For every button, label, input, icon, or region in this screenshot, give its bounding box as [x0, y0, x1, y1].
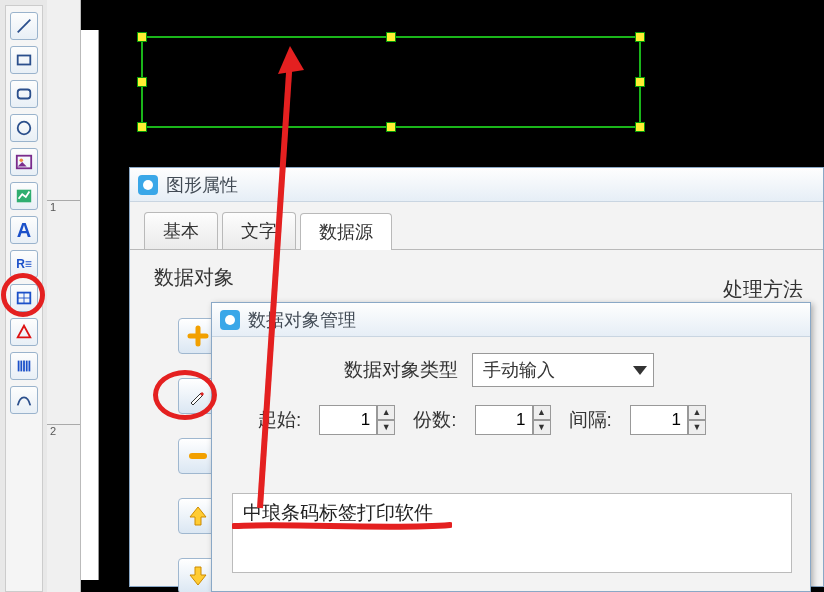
tool-text[interactable]: A: [10, 216, 38, 244]
tab-text[interactable]: 文字: [222, 212, 296, 249]
ruler-tick-2: 2: [47, 424, 80, 437]
tool-shape[interactable]: [10, 318, 38, 346]
interval-spin-down[interactable]: ▼: [688, 420, 706, 435]
copies-label: 份数:: [413, 407, 456, 433]
dialog2-title-text: 数据对象管理: [248, 308, 356, 332]
dialog-title-text: 图形属性: [166, 173, 238, 197]
tool-image[interactable]: [10, 148, 38, 176]
svg-rect-2: [18, 90, 31, 99]
resize-handle-n[interactable]: [386, 32, 396, 42]
dialog2-title-bar[interactable]: 数据对象管理: [212, 303, 810, 337]
resize-handle-ne[interactable]: [635, 32, 645, 42]
tool-richtext[interactable]: R≡: [10, 250, 38, 278]
svg-point-5: [20, 158, 24, 162]
svg-line-0: [18, 20, 31, 33]
start-spin-up[interactable]: ▲: [377, 405, 395, 420]
start-input[interactable]: [319, 405, 377, 435]
type-select-value: 手动输入: [483, 358, 555, 382]
tool-barcode[interactable]: [10, 352, 38, 380]
tool-curve[interactable]: [10, 386, 38, 414]
data-objects-label: 数据对象: [154, 264, 799, 291]
svg-point-3: [18, 122, 31, 135]
svg-rect-17: [189, 453, 207, 459]
process-method-label: 处理方法: [723, 276, 803, 303]
copies-spin-up[interactable]: ▲: [533, 405, 551, 420]
resize-handle-w[interactable]: [137, 77, 147, 87]
copies-input-group: ▲▼: [475, 405, 551, 435]
svg-marker-10: [18, 326, 31, 338]
start-label: 起始:: [258, 407, 301, 433]
vertical-ruler: 1 2: [47, 0, 81, 592]
app-icon: [138, 175, 158, 195]
tool-chart[interactable]: [10, 182, 38, 210]
type-label: 数据对象类型: [344, 357, 458, 383]
interval-input-group: ▲▼: [630, 405, 706, 435]
start-input-group: ▲▼: [319, 405, 395, 435]
interval-spin-up[interactable]: ▲: [688, 405, 706, 420]
tool-ellipse[interactable]: [10, 114, 38, 142]
resize-handle-se[interactable]: [635, 122, 645, 132]
start-spin-down[interactable]: ▼: [377, 420, 395, 435]
copies-input[interactable]: [475, 405, 533, 435]
ruler-tick-1: 1: [47, 200, 80, 213]
resize-handle-e[interactable]: [635, 77, 645, 87]
left-toolbar: A R≡: [5, 5, 43, 592]
tab-datasource[interactable]: 数据源: [300, 213, 392, 250]
tool-line[interactable]: [10, 12, 38, 40]
svg-rect-1: [18, 56, 31, 65]
tool-roundrect[interactable]: [10, 80, 38, 108]
data-object-manager-dialog: 数据对象管理 数据对象类型 手动输入 起始: ▲▼ 份数: ▲▼ 间隔: ▲▼ …: [211, 302, 811, 592]
result-text-box[interactable]: 中琅条码标签打印软件: [232, 493, 792, 573]
resize-handle-nw[interactable]: [137, 32, 147, 42]
app-icon: [220, 310, 240, 330]
interval-input[interactable]: [630, 405, 688, 435]
tab-basic[interactable]: 基本: [144, 212, 218, 249]
interval-label: 间隔:: [569, 407, 612, 433]
selected-text-box[interactable]: [141, 36, 641, 128]
paper-edge: [81, 30, 99, 580]
tool-table[interactable]: [10, 284, 38, 312]
resize-handle-sw[interactable]: [137, 122, 147, 132]
type-select[interactable]: 手动输入: [472, 353, 654, 387]
svg-point-16: [143, 180, 153, 190]
copies-spin-down[interactable]: ▼: [533, 420, 551, 435]
chevron-down-icon: [633, 366, 647, 375]
tabs-bar: 基本 文字 数据源: [130, 202, 823, 250]
resize-handle-s[interactable]: [386, 122, 396, 132]
result-text: 中琅条码标签打印软件: [243, 502, 433, 523]
tool-rect[interactable]: [10, 46, 38, 74]
dialog-title-bar[interactable]: 图形属性: [130, 168, 823, 202]
svg-point-18: [225, 315, 235, 325]
